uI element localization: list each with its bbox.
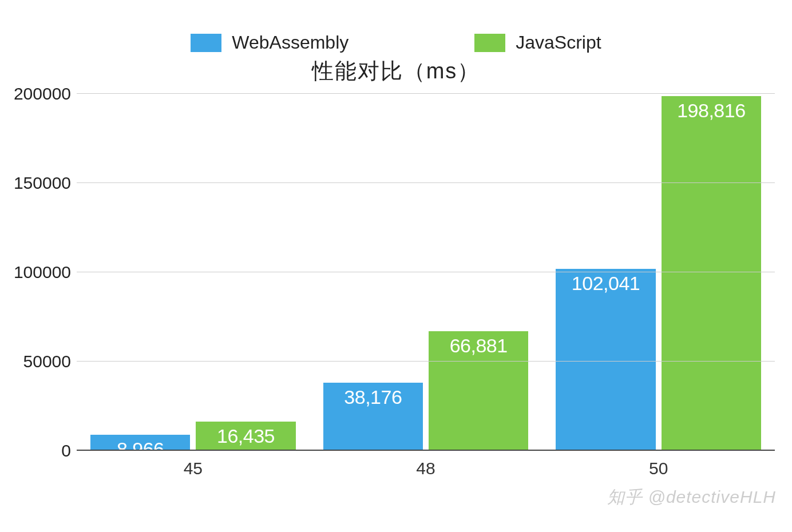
bar-webassembly: 102,041 <box>556 269 655 451</box>
x-tick-label: 48 <box>310 459 542 478</box>
y-tick-label: 150000 <box>14 173 77 193</box>
gridline <box>77 93 775 94</box>
bar-value-label: 102,041 <box>572 272 640 295</box>
plot-area: 8,96616,43538,17666,881102,041198,816 05… <box>0 94 792 494</box>
legend-item-series-1: JavaScript <box>474 32 601 53</box>
bar-value-label: 38,176 <box>344 386 402 408</box>
x-axis-line <box>77 450 775 451</box>
bar-webassembly: 8,966 <box>90 435 190 451</box>
x-tick-label: 45 <box>77 459 310 478</box>
bar-value-label: 66,881 <box>450 335 508 357</box>
bar-javascript: 66,881 <box>429 331 528 451</box>
y-tick-label: 200000 <box>14 84 77 104</box>
bar-javascript: 198,816 <box>662 96 761 451</box>
bar-group: 8,96616,435 <box>77 94 310 451</box>
y-tick-label: 100000 <box>14 263 77 282</box>
bar-webassembly: 38,176 <box>323 383 423 451</box>
bar-javascript: 16,435 <box>196 422 295 451</box>
legend-label-1: JavaScript <box>516 32 601 53</box>
bar-value-label: 198,816 <box>677 100 745 122</box>
y-tick-label: 50000 <box>23 352 77 371</box>
legend-swatch-1 <box>474 34 505 52</box>
gridline <box>77 272 775 272</box>
legend-swatch-0 <box>191 34 221 52</box>
bar-group: 102,041198,816 <box>542 94 775 451</box>
chart-title: 性能对比（ms） <box>0 57 792 86</box>
legend-item-series-0: WebAssembly <box>191 32 349 53</box>
bar-group: 38,17666,881 <box>310 94 542 451</box>
bar-value-label: 16,435 <box>217 425 275 447</box>
legend: WebAssembly JavaScript <box>0 0 792 53</box>
gridline <box>77 361 775 362</box>
gridline <box>77 182 775 183</box>
legend-label-0: WebAssembly <box>232 32 349 53</box>
y-tick-label: 0 <box>61 441 77 460</box>
x-tick-label: 50 <box>542 459 775 478</box>
